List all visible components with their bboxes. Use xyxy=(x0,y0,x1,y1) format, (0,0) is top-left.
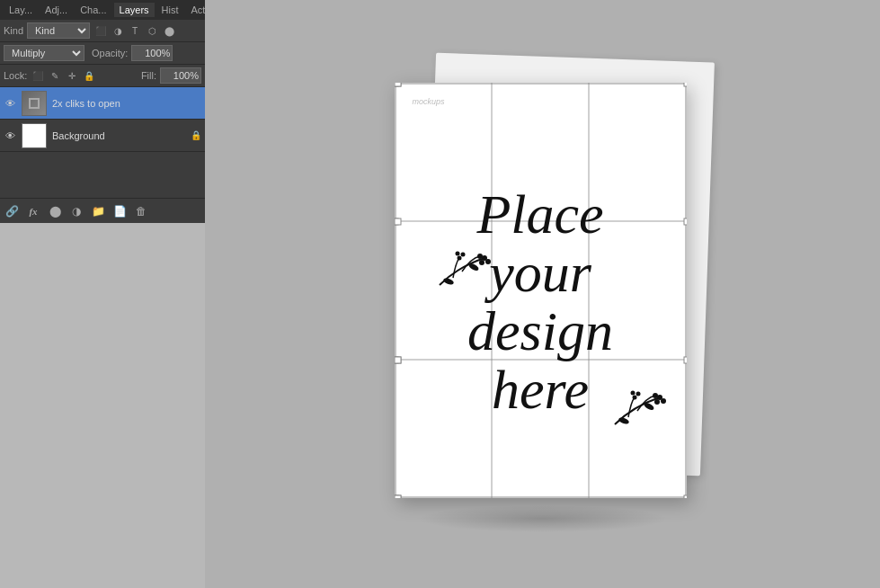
svg-point-37 xyxy=(618,416,629,425)
fill-label: Fill: xyxy=(141,70,156,81)
svg-point-35 xyxy=(630,391,635,396)
svg-rect-11 xyxy=(684,218,687,225)
svg-point-33 xyxy=(632,396,636,400)
blend-mode-select[interactable]: Multiply Normal Screen xyxy=(4,45,84,61)
text-layer-icon[interactable]: T xyxy=(128,23,142,38)
kind-label: Kind xyxy=(4,25,23,36)
pixel-layer-icon[interactable]: ⬛ xyxy=(93,23,108,38)
lock-artboard-icon[interactable]: ✛ xyxy=(65,68,79,83)
svg-rect-18 xyxy=(395,495,401,498)
svg-rect-19 xyxy=(684,495,687,498)
layer-item-background[interactable]: 👁 Background 🔒 xyxy=(0,120,205,152)
svg-point-34 xyxy=(636,392,640,396)
lock-row: Lock: ⬛ ✎ ✛ 🔒 Fill: xyxy=(0,65,205,87)
layer-thumbnail xyxy=(22,91,47,116)
svg-rect-7 xyxy=(395,83,401,86)
adjustment-layer-icon[interactable]: ◑ xyxy=(111,23,125,38)
fill-input[interactable] xyxy=(160,67,201,84)
layer-bg-visibility-icon[interactable]: 👁 xyxy=(4,129,16,142)
tab-channels[interactable]: Cha... xyxy=(75,3,111,17)
kind-row: Kind Kind ⬛ ◑ T ⬡ ⬤ xyxy=(0,20,205,42)
card-front: mockups xyxy=(395,83,687,498)
tab-adjustments[interactable]: Adj... xyxy=(40,3,73,17)
adjustment-icon[interactable]: ◑ xyxy=(68,203,84,219)
add-mask-icon[interactable]: ⬤ xyxy=(47,203,63,219)
svg-rect-10 xyxy=(395,218,401,225)
shape-layer-icon[interactable]: ⬡ xyxy=(145,23,159,38)
panel-bottom-toolbar: 🔗 fx ⬤ ◑ 📁 📄 🗑 xyxy=(0,198,205,223)
panel-tab-bar: Lay... Adj... Cha... Layers Hist Actic..… xyxy=(0,0,205,20)
layer-locked-icon: 🔒 xyxy=(191,130,201,140)
svg-rect-14 xyxy=(395,357,401,363)
new-layer-icon[interactable]: 📄 xyxy=(111,203,128,219)
svg-rect-15 xyxy=(684,357,687,363)
tab-layers[interactable]: Layers xyxy=(114,3,155,17)
svg-point-31 xyxy=(654,399,660,405)
tab-history[interactable]: Hist xyxy=(156,3,184,17)
kind-select[interactable]: Kind xyxy=(27,22,90,39)
card-shadow xyxy=(417,505,669,532)
lock-pixels-icon[interactable]: ⬛ xyxy=(31,68,45,83)
svg-point-30 xyxy=(661,398,666,404)
lock-icons: ⬛ ✎ ✛ 🔒 xyxy=(31,68,96,83)
opacity-label: Opacity: xyxy=(92,48,128,58)
delete-layer-icon[interactable]: 🗑 xyxy=(133,203,149,219)
smart-object-icon[interactable]: ⬤ xyxy=(162,23,176,38)
tab-layers-alt[interactable]: Lay... xyxy=(4,3,38,17)
card-line-design: design xyxy=(423,302,657,361)
layers-list: 👁 2x cliks to open 👁 Background 🔒 xyxy=(0,87,205,198)
blend-mode-row: Multiply Normal Screen Opacity: xyxy=(0,42,205,65)
layers-panel: Lay... Adj... Cha... Layers Hist Actic..… xyxy=(0,0,205,223)
lock-position-icon[interactable]: ✎ xyxy=(48,68,62,83)
layer-name-smart: 2x cliks to open xyxy=(52,98,201,109)
opacity-input[interactable] xyxy=(131,45,173,61)
card-line-place: Place xyxy=(423,185,657,244)
lock-all-icon[interactable]: 🔒 xyxy=(82,68,96,83)
fx-icon[interactable]: fx xyxy=(25,203,41,219)
kind-icons: ⬛ ◑ T ⬡ ⬤ xyxy=(93,23,176,38)
card-container: mockups xyxy=(395,83,691,505)
svg-rect-8 xyxy=(684,83,687,86)
layer-name-background: Background xyxy=(52,130,185,141)
link-layers-icon[interactable]: 🔗 xyxy=(4,203,20,219)
layer-item-smart[interactable]: 👁 2x cliks to open xyxy=(0,87,205,120)
lock-label: Lock: xyxy=(4,70,27,81)
svg-point-32 xyxy=(653,393,658,398)
canvas-area: mockups xyxy=(205,0,880,588)
layer-visibility-icon[interactable]: 👁 xyxy=(4,97,16,110)
card-line-your: your xyxy=(423,244,657,302)
new-group-icon[interactable]: 📁 xyxy=(90,203,106,219)
branch-right-decoration xyxy=(606,379,669,441)
layer-bg-thumbnail xyxy=(22,123,47,148)
